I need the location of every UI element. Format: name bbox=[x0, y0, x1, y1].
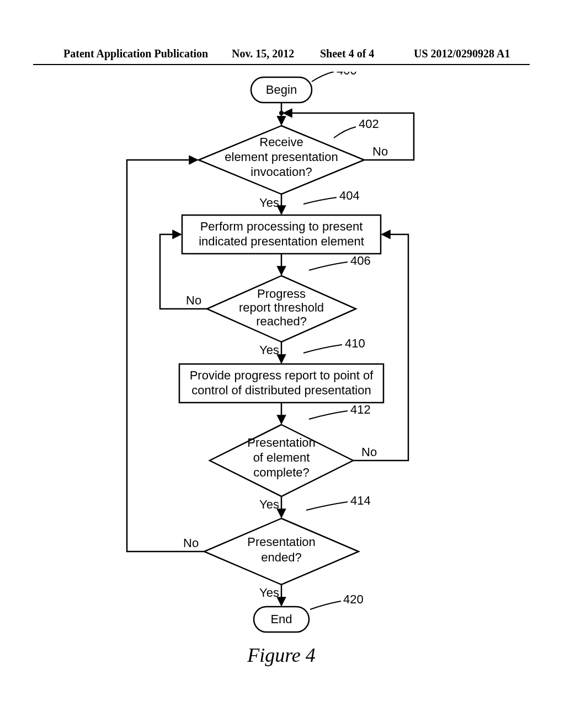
node-end: End bbox=[254, 607, 309, 632]
node-404: Perform processing to present indicated … bbox=[182, 215, 381, 254]
ref-412: 412 bbox=[350, 403, 371, 416]
header-sheet: Sheet 4 of 4 bbox=[320, 47, 374, 60]
p410-l2: control of distributed presentation bbox=[191, 383, 371, 397]
label-402-no: No bbox=[372, 144, 388, 158]
node-414: Presentation ended? bbox=[204, 518, 359, 585]
ref-406: 406 bbox=[350, 254, 371, 267]
figure-caption: Figure 4 bbox=[247, 644, 316, 666]
label-406-yes: Yes bbox=[259, 343, 279, 357]
label-412-yes: Yes bbox=[259, 497, 279, 511]
node-begin: Begin bbox=[251, 77, 312, 103]
header-date: Nov. 15, 2012 bbox=[232, 47, 294, 60]
node-402: Receive element presentation invocation? bbox=[199, 126, 364, 194]
ref-414: 414 bbox=[350, 494, 371, 507]
q402-l1: Receive bbox=[259, 135, 303, 149]
ref-420: 420 bbox=[343, 592, 364, 606]
label-406-no: No bbox=[186, 293, 201, 307]
q412-l3: complete? bbox=[253, 465, 310, 479]
p404-l2: indicated presentation element bbox=[199, 234, 364, 248]
q414-l2: ended? bbox=[261, 550, 301, 564]
q412-l2: of element bbox=[253, 451, 310, 464]
label-414-yes: Yes bbox=[259, 586, 279, 599]
q402-l3: invocation? bbox=[250, 165, 312, 179]
node-410: Provide progress report to point of cont… bbox=[179, 364, 383, 403]
q406-l2: report threshold bbox=[239, 301, 324, 314]
ref-400: 400 bbox=[337, 72, 357, 77]
label-402-yes: Yes bbox=[259, 196, 279, 210]
p404-l1: Perform processing to present bbox=[200, 220, 363, 233]
header-left: Patent Application Publication bbox=[63, 47, 208, 60]
header-rule bbox=[33, 64, 530, 65]
p410-l1: Provide progress report to point of bbox=[190, 368, 374, 382]
ref-402: 402 bbox=[359, 117, 379, 131]
ref-410: 410 bbox=[345, 336, 365, 350]
q406-l1: Progress bbox=[257, 287, 306, 301]
flowchart: Begin 400 Receive element presentation i… bbox=[55, 72, 508, 706]
q412-l1: Presentation bbox=[247, 436, 316, 449]
header-pubno: US 2012/0290928 A1 bbox=[414, 47, 510, 60]
end-label: End bbox=[270, 612, 292, 626]
node-406: Progress report threshold reached? bbox=[207, 276, 356, 342]
ref-404: 404 bbox=[339, 189, 360, 202]
label-414-no: No bbox=[183, 536, 199, 550]
label-412-no: No bbox=[361, 445, 377, 459]
q414-l1: Presentation bbox=[247, 535, 316, 549]
q406-l3: reached? bbox=[256, 314, 307, 328]
q402-l2: element presentation bbox=[225, 150, 338, 164]
node-412: Presentation of element complete? bbox=[210, 425, 353, 496]
begin-label: Begin bbox=[266, 83, 297, 97]
svg-point-2 bbox=[279, 111, 284, 115]
